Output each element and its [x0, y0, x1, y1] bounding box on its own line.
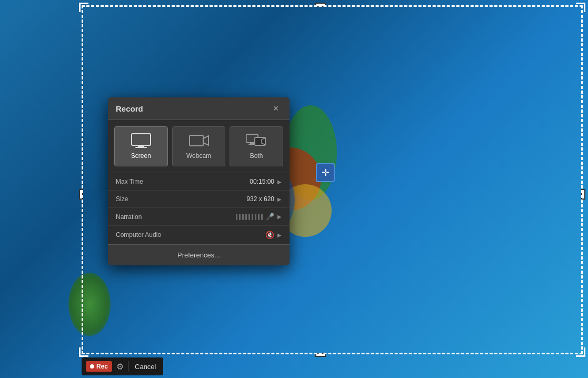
svg-rect-3	[190, 135, 203, 146]
svg-rect-6	[250, 143, 255, 144]
both-mode-label: Both	[250, 152, 263, 160]
settings-section: Max Time 00:15:00 ▶ Size 932 x 620 ▶ Nar…	[108, 173, 290, 244]
toolbar-divider	[128, 361, 128, 372]
handle-top[interactable]	[315, 3, 326, 7]
screen-mode-button[interactable]: Screen	[114, 126, 168, 166]
corner-handle-bl[interactable]	[79, 347, 88, 357]
both-mode-button[interactable]: Both	[230, 126, 283, 166]
webcam-mode-button[interactable]: Webcam	[172, 126, 226, 166]
speaker-muted-icon: 🔇	[265, 231, 274, 239]
bar-seg-1	[236, 214, 237, 220]
handle-left[interactable]	[79, 189, 83, 200]
max-time-label: Max Time	[116, 178, 250, 185]
bar-seg-2	[239, 214, 241, 220]
svg-rect-1	[138, 145, 144, 147]
max-time-arrow-icon: ▶	[277, 179, 282, 185]
mode-buttons-container: Screen Webcam Both	[108, 120, 290, 173]
size-label: Size	[116, 195, 246, 203]
rec-button[interactable]: Rec	[86, 361, 112, 372]
record-dialog: Record × Screen Webcam	[108, 97, 290, 265]
narration-arrow-icon: ▶	[277, 214, 282, 220]
svg-rect-2	[135, 147, 147, 148]
bar-seg-9	[261, 214, 263, 220]
bar-seg-8	[258, 214, 260, 220]
screen-mode-label: Screen	[131, 152, 151, 160]
size-arrow-icon: ▶	[277, 196, 282, 202]
svg-rect-0	[132, 134, 151, 145]
settings-gear-button[interactable]: ⚙	[115, 361, 125, 373]
computer-audio-arrow-icon: ▶	[277, 232, 282, 238]
narration-row[interactable]: Narration 🎤 ▶	[108, 208, 290, 226]
corner-handle-tl[interactable]	[79, 3, 88, 12]
desktop: ✛ Record × Screen Webcam	[0, 0, 588, 378]
bar-seg-5	[248, 214, 250, 220]
computer-audio-row[interactable]: Computer Audio 🔇 ▶	[108, 226, 290, 244]
dialog-header: Record ×	[108, 97, 290, 120]
corner-handle-tr[interactable]	[576, 3, 585, 12]
preferences-button[interactable]: Preferences...	[108, 244, 290, 265]
size-value: 932 x 620	[246, 195, 274, 203]
narration-label: Narration	[116, 213, 236, 221]
handle-right[interactable]	[581, 189, 585, 200]
webcam-mode-label: Webcam	[186, 152, 211, 160]
webcam-icon	[189, 133, 209, 148]
cancel-button[interactable]: Cancel	[132, 361, 159, 372]
bar-seg-3	[242, 214, 244, 220]
move-cursor-icon: ✛	[316, 163, 335, 182]
rec-dot-icon	[90, 364, 94, 369]
corner-handle-br[interactable]	[576, 347, 585, 357]
rec-label: Rec	[96, 363, 108, 370]
svg-marker-4	[203, 136, 208, 145]
dialog-title: Record	[116, 104, 143, 113]
both-icon	[246, 133, 266, 148]
max-time-row[interactable]: Max Time 00:15:00 ▶	[108, 173, 290, 191]
max-time-value: 00:15:00	[250, 178, 274, 185]
bottom-toolbar: Rec ⚙ Cancel	[82, 357, 163, 375]
bar-seg-4	[245, 214, 247, 220]
computer-audio-label: Computer Audio	[116, 231, 265, 238]
handle-bottom[interactable]	[315, 353, 326, 357]
bar-seg-6	[252, 214, 253, 220]
bar-seg-7	[255, 214, 256, 220]
dialog-close-button[interactable]: ×	[270, 103, 282, 114]
microphone-icon: 🎤	[266, 213, 274, 221]
bg-plant	[68, 273, 111, 336]
screen-icon	[131, 133, 151, 148]
narration-level-bar	[236, 214, 263, 220]
size-row[interactable]: Size 932 x 620 ▶	[108, 191, 290, 208]
